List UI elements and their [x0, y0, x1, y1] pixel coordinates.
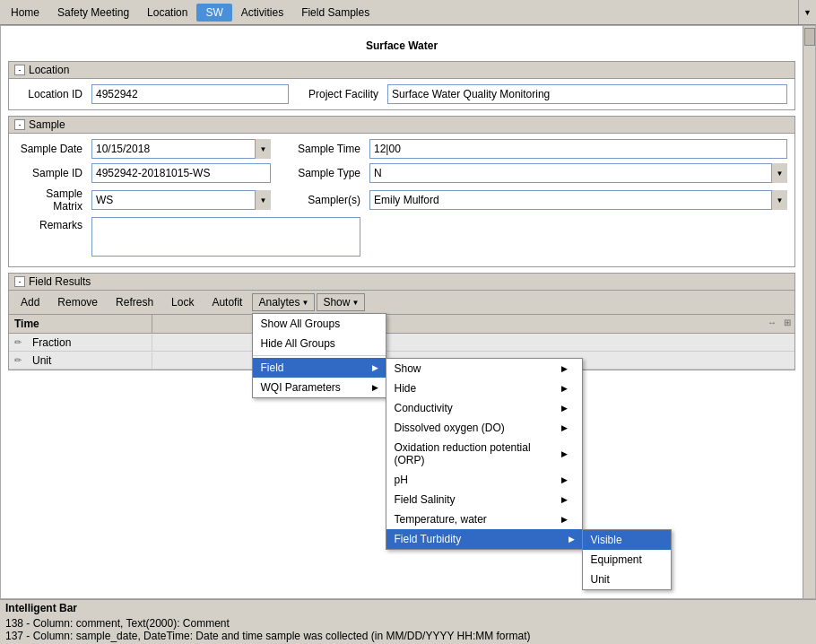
sample-label: Sample — [29, 118, 65, 131]
sample-id-input[interactable] — [91, 163, 271, 183]
sample-matrix-label: Sample Matrix — [16, 187, 88, 213]
sample-time-input[interactable] — [369, 139, 787, 159]
show-arrow-icon: ▶ — [561, 364, 568, 373]
visible-item[interactable]: Visible — [583, 530, 671, 550]
nav-item-home[interactable]: Home — [2, 4, 48, 22]
field-submenu-arrow: ▶ — [372, 363, 378, 372]
sample-date-label: Sample Date — [16, 143, 88, 155]
dissolved-arrow-icon: ▶ — [561, 423, 568, 432]
refresh-button[interactable]: Refresh — [108, 293, 161, 311]
show-button[interactable]: Show ▼ — [317, 293, 365, 311]
sample-section-header[interactable]: - Sample — [9, 117, 794, 134]
samplers-dropdown-btn[interactable]: ▼ — [771, 190, 787, 210]
unit-cell: Unit — [27, 352, 152, 369]
remarks-label: Remarks — [16, 217, 88, 231]
field-results-toolbar: Add Remove Refresh Lock Autofit Analytes… — [9, 291, 794, 315]
temperature-item[interactable]: Temperature, water ▶ — [386, 509, 582, 529]
data-column-header — [152, 315, 764, 333]
location-section-header[interactable]: - Location — [9, 62, 794, 79]
sample-date-input[interactable] — [91, 139, 271, 159]
nav-item-field-samples[interactable]: Field Samples — [292, 4, 378, 22]
add-button[interactable]: Add — [13, 293, 48, 311]
turbidity-submenu: Visible Equipment Unit — [582, 529, 672, 590]
fraction-edit-icon[interactable]: ✏ — [14, 337, 22, 347]
analytes-arrow-icon: ▼ — [302, 299, 309, 307]
analytes-button[interactable]: Analytes ▼ — [252, 293, 315, 311]
location-section: - Location Location ID Project Facility — [8, 61, 795, 110]
resize-handle[interactable]: ↔ — [764, 315, 780, 333]
turbidity-arrow-icon: ▶ — [569, 535, 575, 544]
oxidation-arrow-icon: ▶ — [561, 449, 568, 458]
show-all-groups-item[interactable]: Show All Groups — [253, 314, 386, 334]
field-results-toggle[interactable]: - — [14, 276, 25, 287]
unit-edit-icon[interactable]: ✏ — [14, 355, 22, 365]
equipment-item[interactable]: Equipment — [583, 550, 671, 570]
intelligent-bar-label: Intelligent Bar — [5, 602, 77, 614]
field-hide-item[interactable]: Hide ▶ — [386, 379, 582, 398]
scroll-track[interactable] — [803, 26, 815, 598]
sample-type-input[interactable] — [369, 163, 787, 183]
field-show-item[interactable]: Show ▶ — [386, 359, 582, 379]
fraction-row: ✏ Fraction — [9, 334, 794, 352]
field-submenu: Show ▶ Hide ▶ Conductivity ▶ — [386, 358, 583, 550]
remarks-textarea[interactable] — [91, 217, 360, 257]
field-results-section: - Field Results Add Remove Refresh Lock … — [8, 273, 795, 370]
conductivity-arrow-icon: ▶ — [561, 404, 568, 413]
date-dropdown-btn[interactable]: ▼ — [255, 139, 271, 159]
sample-toggle[interactable]: - — [14, 119, 25, 130]
conductivity-item[interactable]: Conductivity ▶ — [386, 398, 582, 418]
location-label: Location — [29, 64, 69, 76]
time-column-header: Time — [9, 315, 152, 333]
status-bar: Intelligent Bar 138 - Column: comment, T… — [0, 599, 816, 644]
field-submenu-trigger[interactable]: Field ▶ Show ▶ Hide ▶ — [253, 358, 386, 378]
show-arrow-icon: ▼ — [352, 299, 359, 307]
project-facility-input[interactable] — [387, 84, 787, 104]
expand-button[interactable]: ⊞ — [780, 315, 794, 333]
hide-all-groups-item[interactable]: Hide All Groups — [253, 334, 386, 353]
sample-time-label: Sample Time — [285, 143, 366, 155]
sample-section: - Sample Sample Date ▼ Sample Time — [8, 116, 795, 267]
oxidation-item[interactable]: Oxidation reduction potential (ORP) ▶ — [386, 438, 582, 470]
analytes-btn-container: Analytes ▼ Show All Groups Hide All Grou… — [252, 293, 315, 311]
wqi-parameters-item[interactable]: WQI Parameters ▶ — [253, 378, 386, 397]
page-title: Surface Water — [1, 26, 803, 61]
field-salinity-item[interactable]: Field Salinity ▶ — [386, 490, 582, 509]
location-id-label: Location ID — [16, 88, 88, 100]
nav-item-safety[interactable]: Safety Meeting — [48, 4, 138, 22]
nav-item-location[interactable]: Location — [138, 4, 196, 22]
sample-matrix-dropdown-btn[interactable]: ▼ — [255, 190, 271, 210]
project-facility-label: Project Facility — [303, 88, 384, 100]
show-btn-container: Show ▼ — [317, 293, 365, 311]
autofit-button[interactable]: Autofit — [204, 293, 250, 311]
field-results-label: Field Results — [29, 275, 91, 288]
nav-item-activities[interactable]: Activities — [232, 4, 292, 22]
nav-dropdown-arrow[interactable]: ▼ — [798, 0, 816, 24]
field-turbidity-item[interactable]: Field Turbidity ▶ Visible Equipment — [386, 529, 582, 549]
ph-arrow-icon: ▶ — [561, 475, 568, 484]
hide-arrow-icon: ▶ — [561, 384, 568, 393]
field-results-header[interactable]: - Field Results — [9, 274, 794, 291]
unit-item[interactable]: Unit — [583, 570, 671, 589]
lock-button[interactable]: Lock — [163, 293, 202, 311]
sample-id-label: Sample ID — [16, 167, 88, 179]
fraction-cell: Fraction — [27, 335, 152, 351]
ph-item[interactable]: pH ▶ — [386, 470, 582, 490]
temperature-arrow-icon: ▶ — [561, 515, 568, 524]
wqi-arrow-icon: ▶ — [372, 383, 378, 392]
analytes-menu: Show All Groups Hide All Groups Field ▶ — [252, 313, 386, 398]
location-id-input[interactable] — [91, 84, 289, 104]
sample-type-dropdown-btn[interactable]: ▼ — [771, 163, 787, 183]
sample-type-label: Sample Type — [285, 167, 366, 179]
remove-button[interactable]: Remove — [49, 293, 106, 311]
samplers-input[interactable] — [369, 190, 787, 210]
nav-item-sw[interactable]: SW — [196, 4, 231, 22]
samplers-label: Sampler(s) — [285, 194, 366, 206]
status-line2: 137 - Column: sample_date, DateTime: Dat… — [5, 630, 811, 642]
location-toggle[interactable]: - — [14, 65, 25, 75]
dissolved-oxygen-item[interactable]: Dissolved oxygen (DO) ▶ — [386, 418, 582, 438]
sample-matrix-input[interactable] — [91, 190, 271, 210]
field-salinity-arrow-icon: ▶ — [561, 495, 568, 504]
status-line1: 138 - Column: comment, Text(2000): Comme… — [5, 617, 811, 630]
